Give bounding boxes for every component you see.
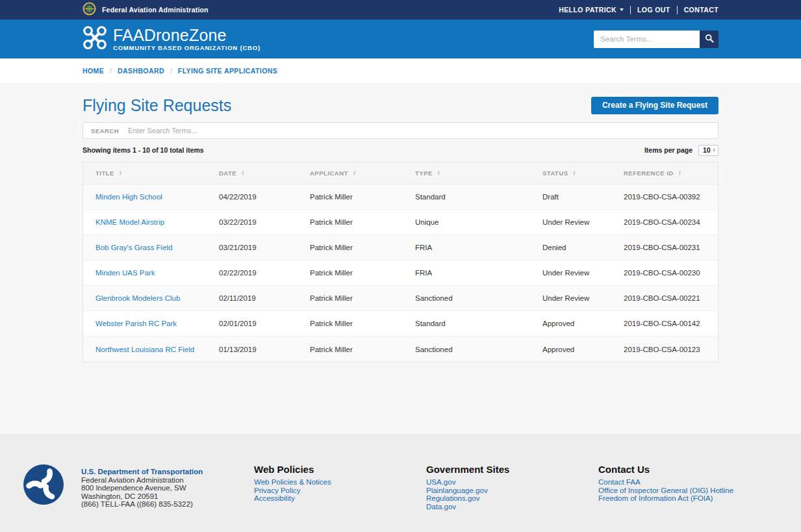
request-title-link[interactable]: Webster Parish RC Park <box>95 320 177 327</box>
site-search-button[interactable] <box>700 31 718 48</box>
create-flying-site-request-button[interactable]: Create a Flying Site Request <box>591 97 718 114</box>
cell-value: FRIA <box>415 269 432 277</box>
table-search-input[interactable] <box>128 127 718 134</box>
footer-link[interactable]: Freedom of Information Act (FOIA) <box>598 494 733 503</box>
cell-type: FRIA <box>403 235 530 260</box>
cell-value: Approved <box>542 320 574 327</box>
cell-value: Under Review <box>542 269 589 277</box>
cell-value: Patrick Miller <box>310 294 353 302</box>
cell-reference_id: 2019-CBO-CSA-00234 <box>611 210 718 234</box>
footer-link[interactable]: Contact FAA <box>598 478 733 487</box>
cell-title: KNME Model Airstrip <box>83 210 207 234</box>
footer-link[interactable]: Web Policies & Notices <box>254 478 331 487</box>
cell-date: 02/01/2019 <box>207 311 298 336</box>
cell-date: 03/22/2019 <box>207 210 298 234</box>
sort-updown-icon[interactable]: ▲▼ <box>119 171 122 175</box>
request-title-link[interactable]: Bob Gray's Grass Field <box>95 244 173 251</box>
footer-link[interactable]: USA.gov <box>426 478 509 487</box>
cell-date: 01/13/2019 <box>207 336 298 362</box>
cell-value: Sanctioned <box>415 346 453 353</box>
footer-heading: Contact Us <box>598 464 733 475</box>
faadronezone-logo[interactable]: FAADroneZone COMMUNITY BASED ORGANIZATIO… <box>83 25 261 53</box>
contact-link[interactable]: CONTACT <box>684 6 718 14</box>
sort-updown-icon[interactable]: ▲▼ <box>573 171 576 175</box>
breadcrumb-link[interactable]: HOME <box>83 67 104 75</box>
site-search <box>594 31 718 48</box>
table-row: KNME Model Airstrip03/22/2019Patrick Mil… <box>83 210 718 235</box>
cell-value: 2019-CBO-CSA-00230 <box>624 269 700 277</box>
column-header-label: TITLE <box>95 170 114 177</box>
main-content: Flying Site Requests Create a Flying Sit… <box>0 83 801 434</box>
request-title-link[interactable]: Minden UAS Park <box>95 269 155 277</box>
cell-value: Patrick Miller <box>310 346 353 353</box>
agency-name: Federal Aviation Administration <box>102 6 209 14</box>
sort-updown-icon[interactable]: ▲▼ <box>437 171 440 175</box>
cell-value: Patrick Miller <box>310 193 353 201</box>
breadcrumb-link[interactable]: FLYING SITE APPLICATIONS <box>178 67 277 75</box>
request-title-link[interactable]: Minden High School <box>95 193 162 201</box>
cell-status: Under Review <box>530 260 611 285</box>
column-header[interactable]: TYPE▲▼ <box>403 162 530 184</box>
sort-updown-icon[interactable]: ▲▼ <box>678 171 681 175</box>
results-count: Showing items 1 - 10 of 10 total items <box>83 146 204 154</box>
cell-reference_id: 2019-CBO-CSA-00392 <box>611 184 718 209</box>
column-header[interactable]: DATE▲▼ <box>207 162 298 184</box>
cell-value: 2019-CBO-CSA-00392 <box>624 193 700 201</box>
table-row: Bob Gray's Grass Field03/21/2019Patrick … <box>83 235 718 260</box>
footer-address-line: Washington, DC 20591 <box>81 492 203 501</box>
divider <box>630 6 631 14</box>
logout-link[interactable]: LOG OUT <box>637 6 670 14</box>
cell-date: 03/21/2019 <box>207 235 298 260</box>
user-menu[interactable]: HELLO PATRICK <box>559 6 624 14</box>
breadcrumb-separator: / <box>110 67 112 75</box>
cell-value: Patrick Miller <box>310 218 353 226</box>
footer-link[interactable]: Office of Inspector General (OIG) Hotlin… <box>598 487 733 495</box>
site-search-input[interactable] <box>594 31 700 48</box>
cell-date: 02/11/2019 <box>207 286 298 310</box>
column-header[interactable]: STATUS▲▼ <box>530 162 611 184</box>
cell-value: Sanctioned <box>415 294 453 302</box>
cell-type: Standard <box>403 311 530 336</box>
dot-department-link[interactable]: U.S. Department of Transportation <box>81 468 203 476</box>
cell-title: Minden High School <box>83 184 207 209</box>
column-header-label: APPLICANT <box>310 170 348 177</box>
footer-link[interactable]: Accessibility <box>254 494 331 503</box>
footer-phone-line: (866) TELL-FAA ((866) 835-5322) <box>81 500 203 509</box>
footer-link[interactable]: Data.gov <box>426 503 509 511</box>
items-per-page-input[interactable]: 10 ▲▼ <box>698 145 718 156</box>
spinner-arrows-icon[interactable]: ▲▼ <box>713 148 716 153</box>
table-row: Minden UAS Park02/22/2019Patrick MillerF… <box>83 260 718 286</box>
cell-title: Minden UAS Park <box>83 260 207 285</box>
dot-triskelion-logo <box>23 464 64 508</box>
request-title-link[interactable]: KNME Model Airstrip <box>95 218 164 226</box>
request-title-link[interactable]: Glenbrook Modelers Club <box>95 294 180 302</box>
column-header-label: DATE <box>219 170 236 177</box>
cell-status: Under Review <box>530 286 611 310</box>
brand-subtitle: COMMUNITY BASED ORGANIZATION (CBO) <box>113 44 261 51</box>
cell-value: FRIA <box>415 244 432 251</box>
sort-updown-icon[interactable]: ▲▼ <box>353 171 356 175</box>
footer-link[interactable]: Plainlanguage.gov <box>426 487 509 495</box>
divider <box>677 6 678 14</box>
column-header[interactable]: TITLE▲▼ <box>83 162 207 184</box>
column-header-label: REFERENCE ID <box>624 170 674 177</box>
cell-status: Approved <box>530 336 611 362</box>
column-header[interactable]: APPLICANT▲▼ <box>298 162 403 184</box>
table-row: Minden High School04/22/2019Patrick Mill… <box>83 184 718 210</box>
page-title: Flying Site Requests <box>83 96 231 115</box>
footer-link[interactable]: Regulations.gov <box>426 494 509 503</box>
cell-status: Approved <box>530 311 611 336</box>
breadcrumb-link[interactable]: DASHBOARD <box>118 67 164 75</box>
sort-updown-icon[interactable]: ▲▼ <box>241 171 244 175</box>
footer-heading: Web Policies <box>254 464 331 475</box>
footer-col-dot: U.S. Department of Transportation Federa… <box>81 468 203 509</box>
brand-header: FAADroneZone COMMUNITY BASED ORGANIZATIO… <box>0 19 801 58</box>
cell-value: 03/22/2019 <box>219 218 257 226</box>
footer-address-line: Federal Aviation Administration <box>81 476 203 485</box>
footer-link[interactable]: Privacy Policy <box>254 487 331 495</box>
cell-status: Under Review <box>530 210 611 234</box>
top-utility-bar: Federal Aviation Administration HELLO PA… <box>0 0 801 19</box>
table-header-row: TITLE▲▼DATE▲▼APPLICANT▲▼TYPE▲▼STATUS▲▼RE… <box>83 162 718 184</box>
request-title-link[interactable]: Northwest Louisiana RC Field <box>95 346 194 353</box>
column-header[interactable]: REFERENCE ID▲▼ <box>611 162 718 184</box>
